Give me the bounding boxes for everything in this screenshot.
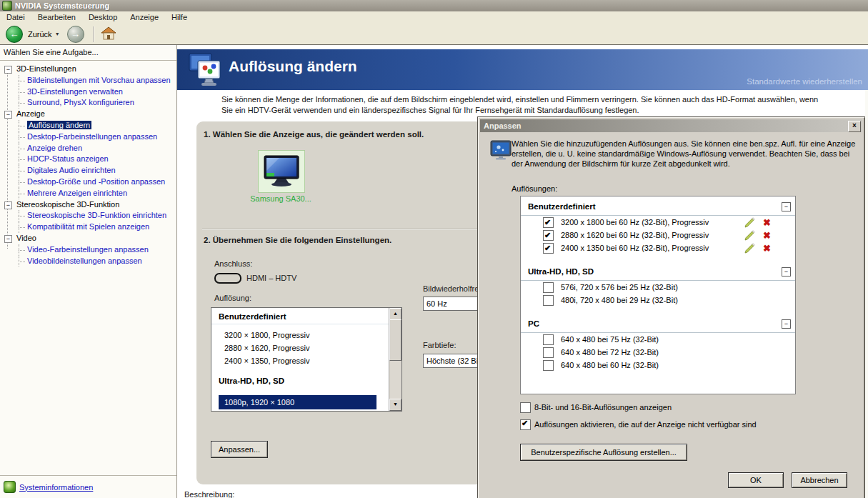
- tree-item-hdcp-status[interactable]: HDCP-Status anzeigen: [0, 154, 176, 165]
- collapse-icon[interactable]: −: [782, 202, 791, 211]
- tree-item-3d-verwalten[interactable]: 3D-Einstellungen verwalten: [0, 86, 176, 98]
- dialog-title: Anpassen: [484, 121, 522, 130]
- resolution-label: Auflösung:: [214, 294, 251, 302]
- delete-icon[interactable]: ✖: [763, 217, 771, 228]
- resolution-option[interactable]: ✔ 576i, 720 x 576 bei 25 Hz (32-Bit): [521, 281, 795, 294]
- checkbox[interactable]: ✔: [543, 295, 554, 306]
- monitor-icon: [262, 155, 301, 188]
- listbox-scrollbar[interactable]: ▲ ▼: [389, 308, 401, 411]
- checkbox[interactable]: ✔: [543, 217, 554, 228]
- enable-unavailable-checkbox-row[interactable]: ✔ Auflösungen aktivieren, die auf der An…: [520, 419, 757, 430]
- close-icon[interactable]: ×: [848, 121, 861, 132]
- tree-item-spiele-kompatibilitaet[interactable]: Kompatibilität mit Spielen anzeigen: [0, 221, 176, 233]
- scrollbar-thumb[interactable]: [389, 319, 401, 361]
- restore-defaults-link[interactable]: Standardwerte wiederherstellen: [747, 77, 862, 86]
- resolutions-list[interactable]: Benutzerdefiniert − ✔ 3200 x 1800 bei 60…: [520, 196, 796, 394]
- tree-item-video-farbeinstellungen[interactable]: Video-Farbeinstellungen anpassen: [0, 244, 176, 256]
- delete-icon[interactable]: ✖: [763, 230, 771, 241]
- tree-item-desktop-groesse[interactable]: Desktop-Größe und -Position anpassen: [0, 176, 176, 188]
- show-8bit-checkbox-row[interactable]: ✔ 8-Bit- und 16-Bit-Auflösungen anzeigen: [520, 402, 672, 413]
- resolution-option[interactable]: ✔ 2400 x 1350 bei 60 Hz (32-Bit), Progre…: [521, 241, 795, 254]
- tree-item-videobildeinstellungen[interactable]: Videobildeinstellungen anpassen: [0, 256, 176, 267]
- task-tree: −3D-Einstellungen Bildeinstellungen mit …: [0, 64, 176, 475]
- menu-bar: Datei Bearbeiten Desktop Anzeige Hilfe: [0, 11, 868, 24]
- refresh-rate-label: Bildwiederholfre: [423, 284, 479, 293]
- list-item[interactable]: 2880 × 1620, Progressiv: [211, 342, 401, 354]
- nvidia-control-panel-window: NVIDIA Systemsteuerung Datei Bearbeiten …: [0, 0, 868, 498]
- checkbox[interactable]: ✔: [543, 230, 554, 241]
- customize-button[interactable]: Anpassen...: [211, 441, 268, 458]
- checkbox[interactable]: ✔: [543, 282, 554, 293]
- list-item[interactable]: 2400 × 1350, Progressiv: [211, 354, 401, 367]
- checkbox[interactable]: ✔: [520, 402, 531, 413]
- display-name-label: Samsung SA30...: [238, 194, 324, 203]
- dialog-description: Wählen Sie die hinzuzufügenden Auflösung…: [512, 139, 856, 169]
- tree-group-anzeige[interactable]: −Anzeige: [0, 109, 176, 120]
- window-titlebar: NVIDIA Systemsteuerung: [0, 0, 868, 11]
- tree-item-digitales-audio[interactable]: Digitales Audio einrichten: [0, 165, 176, 176]
- back-label[interactable]: Zurück: [28, 30, 52, 39]
- tree-item-bildeinstellungen[interactable]: Bildeinstellungen mit Vorschau anpassen: [0, 75, 176, 86]
- menu-desktop[interactable]: Desktop: [82, 11, 124, 24]
- ok-button[interactable]: OK: [728, 472, 784, 488]
- tree-group-stereoskopisch[interactable]: −Stereoskopische 3D-Funktion: [0, 199, 176, 211]
- app-icon: [2, 1, 12, 11]
- tree-item-desktop-farbeinstellungen[interactable]: Desktop-Farbeinstellungen anpassen: [0, 131, 176, 143]
- checkbox[interactable]: ✔: [543, 360, 554, 371]
- description-section-label: Beschreibung:: [184, 490, 234, 498]
- menu-bearbeiten[interactable]: Bearbeiten: [31, 11, 82, 24]
- system-info-link[interactable]: Systeminformationen: [19, 483, 93, 492]
- display-tile-samsung[interactable]: [258, 150, 305, 193]
- forward-button[interactable]: →: [67, 26, 84, 43]
- collapse-icon[interactable]: −: [4, 111, 12, 119]
- menu-datei[interactable]: Datei: [0, 11, 31, 24]
- window-title: NVIDIA Systemsteuerung: [15, 1, 109, 10]
- resolution-option[interactable]: ✔ 640 x 480 bei 75 Hz (32-Bit): [521, 333, 795, 346]
- task-sidebar: Wählen Sie eine Aufgabe... −3D-Einstellu…: [0, 45, 177, 498]
- collapse-icon[interactable]: −: [782, 267, 791, 277]
- cancel-button[interactable]: Abbrechen: [792, 472, 847, 488]
- list-item[interactable]: 3200 × 1800, Progressiv: [211, 329, 401, 342]
- create-custom-resolution-button[interactable]: Benutzerspezifische Auflösung erstellen.…: [520, 444, 687, 461]
- tree-item-surround-physx[interactable]: Surround, PhysX konfigurieren: [0, 97, 176, 109]
- resolution-listbox[interactable]: Benutzerdefiniert 3200 × 1800, Progressi…: [211, 307, 402, 412]
- resolution-option[interactable]: ✔ 2880 x 1620 bei 60 Hz (32-Bit), Progre…: [521, 229, 795, 241]
- checkbox[interactable]: ✔: [543, 334, 554, 345]
- toolbar-separator: [93, 26, 94, 42]
- resolution-option[interactable]: ✔ 640 x 480 bei 60 Hz (32-Bit): [521, 359, 795, 372]
- collapse-icon[interactable]: −: [782, 319, 791, 329]
- dialog-titlebar[interactable]: Anpassen ×: [480, 119, 862, 132]
- checkbox[interactable]: ✔: [543, 243, 554, 254]
- resolution-option[interactable]: ✔ 640 x 480 bei 72 Hz (32-Bit): [521, 346, 795, 359]
- sidebar-header: Wählen Sie eine Aufgabe...: [0, 45, 176, 61]
- tree-item-mehrere-anzeigen[interactable]: Mehrere Anzeigen einrichten: [0, 188, 176, 199]
- chevron-down-icon[interactable]: ▼: [55, 31, 60, 36]
- checkbox[interactable]: ✔: [520, 419, 531, 430]
- resolutions-label: Auflösungen:: [512, 184, 557, 193]
- collapse-icon[interactable]: −: [4, 235, 12, 243]
- checkbox[interactable]: ✔: [543, 347, 554, 358]
- tree-item-anzeige-drehen[interactable]: Anzeige drehen: [0, 143, 176, 154]
- collapse-icon[interactable]: −: [4, 66, 12, 74]
- sidebar-footer: Systeminformationen: [0, 475, 176, 498]
- tree-item-stereo-einrichten[interactable]: Stereoskopische 3D-Funktion einrichten: [0, 210, 176, 221]
- color-depth-label: Farbtiefe:: [423, 341, 456, 349]
- home-button[interactable]: [101, 26, 116, 42]
- tree-group-video[interactable]: −Video: [0, 233, 176, 244]
- list-item-selected[interactable]: 1080p, 1920 × 1080: [219, 395, 376, 409]
- menu-hilfe[interactable]: Hilfe: [165, 11, 194, 24]
- resolution-option[interactable]: ✔ 480i, 720 x 480 bei 29 Hz (32-Bit): [521, 294, 795, 307]
- group-header-pc: PC −: [521, 315, 795, 333]
- edit-icon[interactable]: [744, 243, 755, 257]
- customize-dialog: Anpassen × Wählen Sie die hinzuzufügende…: [477, 116, 865, 498]
- scroll-up-icon[interactable]: ▲: [389, 308, 401, 320]
- tree-item-aufloesung-aendern[interactable]: Auflösung ändern: [0, 120, 176, 131]
- resolution-option[interactable]: ✔ 3200 x 1800 bei 60 Hz (32-Bit), Progre…: [521, 216, 795, 229]
- monitor-icon: [490, 140, 512, 161]
- tree-group-3d-einstellungen[interactable]: −3D-Einstellungen: [0, 64, 176, 75]
- menu-anzeige[interactable]: Anzeige: [124, 11, 165, 24]
- delete-icon[interactable]: ✖: [763, 243, 771, 254]
- collapse-icon[interactable]: −: [4, 201, 12, 209]
- scroll-down-icon[interactable]: ▼: [389, 399, 401, 411]
- back-button[interactable]: ←: [6, 26, 23, 43]
